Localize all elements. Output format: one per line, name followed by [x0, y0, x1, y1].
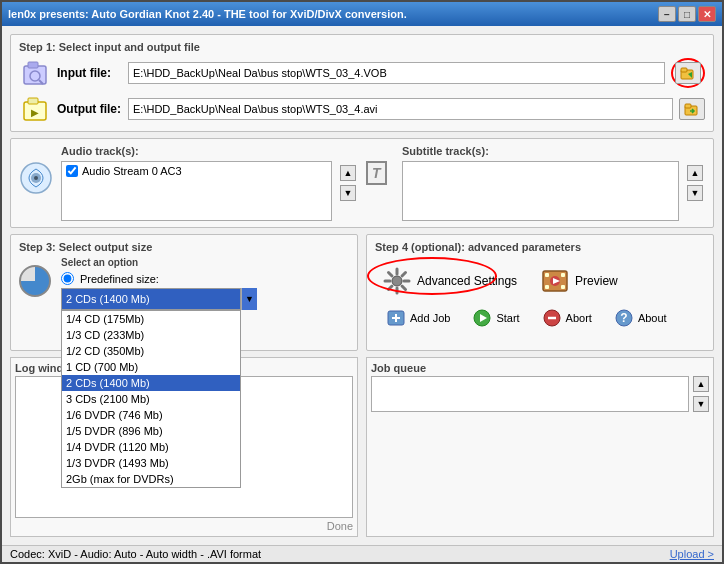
subtitle-up-button[interactable]: ▲ — [687, 165, 703, 181]
gear-icon — [383, 267, 411, 295]
audio-down-button[interactable]: ▼ — [340, 185, 356, 201]
predefined-radio-row: Predefined size: — [61, 272, 349, 285]
minimize-button[interactable]: − — [658, 6, 676, 22]
predefined-label: Predefined size: — [80, 273, 159, 285]
subtitle-down-button[interactable]: ▼ — [687, 185, 703, 201]
step4-label: Step 4 (optional): advanced parameters — [375, 241, 705, 253]
size-option-3[interactable]: 1 CD (700 Mb) — [62, 359, 240, 375]
abort-label: Abort — [566, 312, 592, 324]
subtitle-section: T Subtitle track(s): ▲ ▼ — [366, 145, 705, 221]
size-option-2[interactable]: 1/2 CD (350Mb) — [62, 343, 240, 359]
svg-rect-5 — [681, 68, 687, 72]
queue-down-button[interactable]: ▼ — [693, 396, 709, 412]
step4-section: Step 4 (optional): advanced parameters — [366, 234, 714, 351]
input-file-icon — [19, 57, 51, 89]
start-icon — [472, 308, 492, 328]
advanced-settings-button[interactable]: Advanced Settings — [375, 263, 525, 299]
title-controls: − □ ✕ — [658, 6, 716, 22]
size-option-1[interactable]: 1/3 CD (233Mb) — [62, 327, 240, 343]
audio-arrow-col: ▲ ▼ — [338, 145, 358, 221]
svg-rect-25 — [561, 273, 565, 277]
film-icon — [541, 267, 569, 295]
output-file-label: Output file: — [57, 102, 122, 116]
input-file-label: Input file: — [57, 66, 122, 80]
status-text: Codec: XviD - Audio: Auto - Auto width -… — [10, 548, 261, 560]
audio-track-panel: Audio track(s): Audio Stream 0 AC3 — [61, 145, 332, 221]
main-window: len0x presents: Auto Gordian Knot 2.40 -… — [0, 0, 724, 564]
about-button[interactable]: ? About — [607, 305, 674, 331]
output-browse-button[interactable] — [679, 98, 705, 120]
start-button[interactable]: Start — [465, 305, 526, 331]
start-label: Start — [496, 312, 519, 324]
size-dropdown-button[interactable]: 2 CDs (1400 Mb) — [61, 288, 241, 310]
svg-text:?: ? — [620, 311, 627, 325]
step3-label: Step 3: Select output size — [19, 241, 349, 253]
audio-track-label: Audio track(s): — [61, 145, 332, 157]
status-bar: Codec: XviD - Audio: Auto - Auto width -… — [2, 545, 722, 562]
size-option-7[interactable]: 1/5 DVDR (896 Mb) — [62, 423, 240, 439]
queue-section: Job queue ▲ ▼ — [366, 357, 714, 537]
dropdown-arrow-icon[interactable]: ▼ — [241, 288, 257, 310]
output-file-field[interactable] — [128, 98, 673, 120]
size-option-0[interactable]: 1/4 CD (175Mb) — [62, 311, 240, 327]
step1-section: Step 1: Select input and output file Inp… — [10, 34, 714, 132]
advanced-wrapper: Advanced Settings — [375, 263, 525, 299]
done-label: Done — [15, 520, 353, 532]
size-option-9[interactable]: 1/3 DVDR (1493 Mb) — [62, 455, 240, 471]
audio-track-checkbox[interactable] — [66, 165, 78, 177]
audio-track-item: Audio Stream 0 AC3 — [64, 164, 329, 178]
input-file-row: Input file: — [19, 57, 705, 89]
size-option-8[interactable]: 1/4 DVDR (1120 Mb) — [62, 439, 240, 455]
add-job-button[interactable]: Add Job — [379, 305, 457, 331]
queue-label: Job queue — [371, 362, 709, 374]
audio-track-list: Audio Stream 0 AC3 — [61, 161, 332, 221]
predefined-radio[interactable] — [61, 272, 74, 285]
size-option-5[interactable]: 3 CDs (2100 Mb) — [62, 391, 240, 407]
svg-line-21 — [402, 273, 406, 277]
audio-icon — [19, 145, 55, 221]
svg-line-20 — [402, 286, 406, 290]
subtitle-track-panel: Subtitle track(s): — [402, 145, 679, 221]
step3-section: Step 3: Select output size Select an opt… — [10, 234, 358, 351]
audio-section: Audio track(s): Audio Stream 0 AC3 ▲ ▼ — [19, 145, 358, 221]
about-icon: ? — [614, 308, 634, 328]
size-dropdown-list: 1/4 CD (175Mb) 1/3 CD (233Mb) 1/2 CD (35… — [61, 310, 241, 488]
audio-up-button[interactable]: ▲ — [340, 165, 356, 181]
subtitle-track-label: Subtitle track(s): — [402, 145, 679, 157]
input-file-field[interactable] — [128, 62, 665, 84]
input-browse-button[interactable] — [675, 62, 701, 84]
audio-track-name: Audio Stream 0 AC3 — [82, 165, 182, 177]
input-browse-button-highlight — [671, 58, 705, 88]
output-file-icon: ▶ — [19, 93, 51, 125]
selected-size-label: 2 CDs (1400 Mb) — [66, 293, 150, 305]
maximize-button[interactable]: □ — [678, 6, 696, 22]
svg-text:▶: ▶ — [31, 107, 39, 118]
step3-options: Select an option Predefined size: 2 CDs … — [61, 257, 349, 344]
size-option-4[interactable]: 2 CDs (1400 Mb) — [62, 375, 240, 391]
size-option-10[interactable]: 2Gb (max for DVDRs) — [62, 471, 240, 487]
abort-button[interactable]: Abort — [535, 305, 599, 331]
close-button[interactable]: ✕ — [698, 6, 716, 22]
svg-rect-7 — [28, 98, 38, 104]
title-bar: len0x presents: Auto Gordian Knot 2.40 -… — [2, 2, 722, 26]
size-option-6[interactable]: 1/6 DVDR (746 Mb) — [62, 407, 240, 423]
svg-rect-27 — [561, 285, 565, 289]
svg-point-14 — [392, 276, 402, 286]
select-option-label: Select an option — [61, 257, 349, 268]
queue-right: ▲ ▼ — [371, 376, 709, 412]
queue-content — [371, 376, 689, 412]
subtitle-icon: T — [366, 145, 396, 221]
output-file-row: ▶ Output file: — [19, 93, 705, 125]
step3-4-row: Step 3: Select output size Select an opt… — [10, 234, 714, 351]
add-job-label: Add Job — [410, 312, 450, 324]
upload-button[interactable]: Upload > — [670, 548, 714, 560]
window-content: Step 1: Select input and output file Inp… — [2, 26, 722, 545]
preview-button[interactable]: Preview — [533, 263, 626, 299]
step2-section: Audio track(s): Audio Stream 0 AC3 ▲ ▼ — [10, 138, 714, 228]
step4-buttons: Advanced Settings Prev — [375, 263, 705, 299]
queue-up-button[interactable]: ▲ — [693, 376, 709, 392]
about-label: About — [638, 312, 667, 324]
abort-icon — [542, 308, 562, 328]
advanced-settings-label: Advanced Settings — [417, 274, 517, 288]
svg-line-19 — [389, 273, 393, 277]
